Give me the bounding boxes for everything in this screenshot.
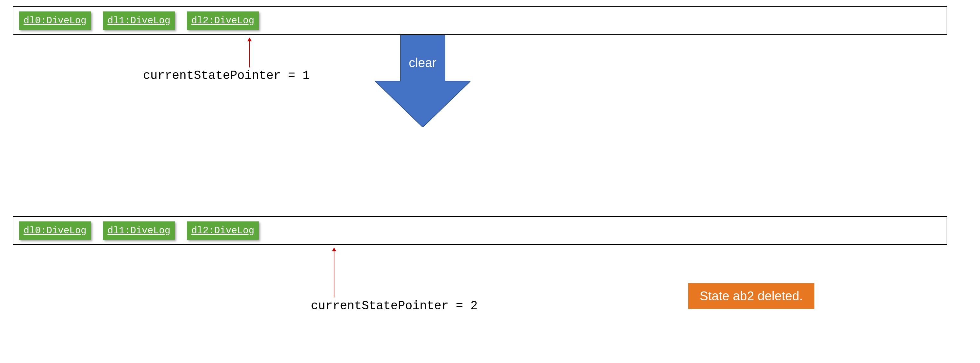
- state-box: dl0:DiveLog: [19, 11, 91, 30]
- diagram-canvas: dl0:DiveLog dl1:DiveLog dl2:DiveLog curr…: [13, 6, 966, 363]
- state-pointer-label-before: currentStatePointer = 1: [143, 69, 310, 82]
- state-box: dl1:DiveLog: [103, 11, 175, 30]
- state-box: dl1:DiveLog: [103, 221, 175, 240]
- clear-arrow-label: clear: [409, 56, 436, 70]
- state-box: dl2:DiveLog: [187, 11, 259, 30]
- state-list-after: dl0:DiveLog dl1:DiveLog dl2:DiveLog: [13, 216, 947, 245]
- status-callout: State ab2 deleted.: [688, 283, 815, 309]
- svg-marker-0: [375, 35, 471, 127]
- clear-arrow-icon: [375, 35, 471, 127]
- state-pointer-label-after: currentStatePointer = 2: [311, 299, 478, 313]
- state-box: dl2:DiveLog: [187, 221, 259, 240]
- state-list-before: dl0:DiveLog dl1:DiveLog dl2:DiveLog: [13, 6, 947, 35]
- state-box: dl0:DiveLog: [19, 221, 91, 240]
- pointer-arrow-icon: [334, 248, 334, 297]
- pointer-arrow-icon: [249, 38, 250, 67]
